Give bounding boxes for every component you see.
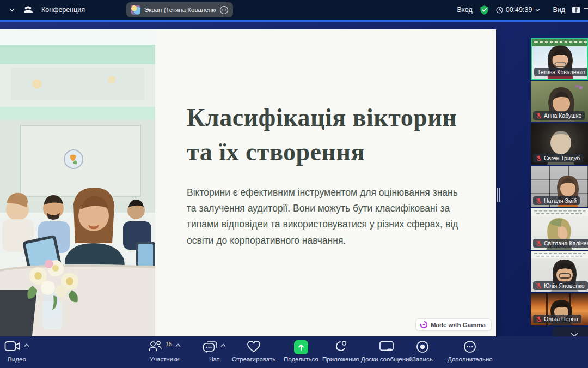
- window-edge-control: [584, 8, 588, 9]
- participant-name: Анна Кабушко: [544, 112, 581, 119]
- whiteboard-icon: [379, 340, 394, 353]
- security-shield-icon[interactable]: [479, 5, 489, 15]
- toolbar-label: Приложения: [322, 356, 359, 363]
- toolbar-chat-button[interactable]: Чат: [203, 340, 226, 363]
- record-icon: [416, 340, 429, 353]
- participant-name: Євген Тридуб: [544, 155, 580, 161]
- toolbar-participants-button[interactable]: 15 Участники: [148, 340, 181, 363]
- toolbar-apps-button[interactable]: Приложения: [322, 340, 359, 363]
- mic-muted-icon: [536, 240, 542, 246]
- conference-menu[interactable]: Конференция: [41, 6, 85, 14]
- toolbar-label: Видео: [8, 356, 26, 363]
- mic-muted-icon: [536, 198, 542, 204]
- share-screen-icon: [294, 340, 308, 354]
- mic-muted-icon: [536, 155, 542, 161]
- toolbar-record-button[interactable]: Запись: [412, 340, 433, 363]
- screen-thumbnail: [131, 5, 140, 15]
- participant-tile[interactable]: Світлана Калінен: [531, 208, 588, 250]
- participants-count-badge: 15: [166, 341, 172, 347]
- control-toolbar: Видео 15 Участники: [0, 336, 588, 368]
- toolbar-label: Запись: [412, 356, 433, 363]
- participant-name: Тетяна Коваленко: [537, 69, 585, 75]
- participant-tile[interactable]: Тетяна Коваленко: [531, 38, 588, 80]
- participant-filmstrip: Тетяна Коваленко Анна Кабушко: [531, 0, 588, 368]
- participant-name: Юлія Яловенко: [544, 282, 585, 289]
- top-bar: Конференция Экран (Тетяна Коваленко) Вхо…: [0, 0, 588, 20]
- shared-screen-stage: Класифікація вікторин та їх створення Ві…: [0, 22, 588, 336]
- shared-screen-tab[interactable]: Экран (Тетяна Коваленко): [126, 2, 233, 17]
- participant-name: Світлана Калінен: [544, 240, 588, 246]
- participant-tile[interactable]: Анна Кабушко: [531, 81, 588, 122]
- panel-resize-handle[interactable]: [497, 188, 501, 202]
- mic-muted-icon: [536, 283, 542, 289]
- chevron-up-icon[interactable]: [24, 343, 29, 347]
- camera-icon: [4, 340, 21, 352]
- chevron-down-icon[interactable]: [9, 7, 15, 13]
- view-button[interactable]: Вид: [553, 6, 565, 14]
- participant-tile[interactable]: Євген Тридуб: [531, 123, 588, 165]
- toolbar-label: Поделиться: [284, 356, 318, 363]
- gallery-view-icon[interactable]: [572, 6, 580, 14]
- toolbar-label: Участники: [150, 356, 180, 363]
- made-with-gamma-label: Made with Gamma: [431, 322, 486, 328]
- slide-body-text: Вікторини є ефективним інструментом для …: [187, 185, 468, 249]
- toolbar-label: Отреагировать: [232, 356, 275, 363]
- participants-group-icon: [23, 5, 34, 14]
- participant-name: Наталя Змій: [544, 197, 577, 204]
- toolbar-share-button[interactable]: Поделиться: [284, 340, 318, 363]
- shared-screen-tab-label: Экран (Тетяна Коваленко): [144, 7, 216, 13]
- chevron-up-icon[interactable]: [220, 343, 226, 347]
- meeting-timer: 00:49:39: [506, 6, 532, 14]
- classroom-photo: [0, 29, 155, 336]
- toolbar-label: Дополнительно: [448, 356, 493, 363]
- toolbar-label: Чат: [209, 356, 219, 363]
- accent-divider: [0, 20, 588, 22]
- toolbar-video-button[interactable]: Видео: [4, 340, 29, 363]
- clock-icon: [496, 7, 503, 14]
- heart-icon: [247, 340, 261, 353]
- timer-chevron-down-icon[interactable]: [535, 7, 541, 13]
- presentation-slide: Класифікація вікторин та їх створення Ві…: [0, 29, 496, 336]
- participant-tile[interactable]: Юлія Яловенко: [531, 251, 588, 292]
- meeting-window: Конференция Экран (Тетяна Коваленко) Вхо…: [0, 0, 588, 368]
- made-with-gamma-badge: Made with Gamma: [415, 318, 492, 331]
- mic-muted-icon: [536, 316, 542, 322]
- toolbar-more-button[interactable]: Дополнительно: [448, 340, 493, 363]
- participant-tile[interactable]: Наталя Змій: [531, 166, 588, 207]
- chat-icon: [203, 340, 217, 353]
- chevron-up-icon[interactable]: [175, 343, 181, 347]
- toolbar-react-button[interactable]: Отреагировать: [232, 340, 275, 363]
- toolbar-whiteboards-button[interactable]: Доски сообщений: [361, 340, 413, 363]
- gamma-logo-icon: [420, 321, 427, 328]
- more-ellipsis-icon: [463, 340, 476, 353]
- mic-muted-icon: [536, 113, 542, 119]
- apps-icon: [334, 340, 348, 353]
- login-button[interactable]: Вход: [457, 6, 472, 14]
- participant-tile[interactable]: Ольга Перва: [531, 293, 588, 325]
- participants-icon: [148, 340, 162, 353]
- toolbar-label: Доски сообщений: [361, 356, 413, 363]
- slide-title: Класифікація вікторин та їх створення: [187, 100, 469, 170]
- participant-name: Ольга Перва: [544, 316, 578, 322]
- tab-more-icon[interactable]: [219, 5, 229, 15]
